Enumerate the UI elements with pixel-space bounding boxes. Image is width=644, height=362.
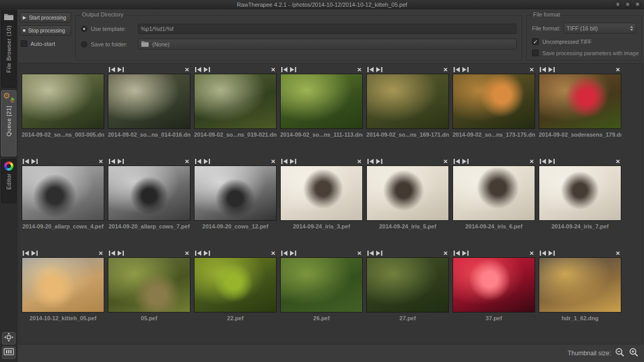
save-params-option[interactable]: ✓ Save processing parameters with image (532, 50, 636, 56)
move-to-head-button[interactable] (109, 251, 115, 256)
move-to-head-button[interactable] (109, 67, 115, 72)
thumbnail-image[interactable] (453, 74, 535, 129)
thumbnail-image[interactable] (539, 257, 621, 312)
template-input[interactable] (138, 24, 517, 34)
thumbnail-zoom-out-button[interactable] (615, 348, 625, 359)
move-to-head-button[interactable] (367, 251, 374, 256)
close-button[interactable]: ✕ (634, 1, 641, 8)
uncompressed-tiff-checkbox[interactable]: ✓ (532, 38, 539, 45)
move-to-tail-button[interactable] (549, 159, 555, 164)
thumbnail-image[interactable] (453, 166, 535, 221)
move-to-head-button[interactable] (195, 67, 201, 72)
use-template-radio[interactable] (81, 26, 87, 32)
move-to-head-button[interactable] (367, 67, 374, 72)
move-to-tail-button[interactable] (376, 159, 382, 164)
move-to-head-button[interactable] (367, 159, 374, 164)
remove-from-queue-button[interactable]: ✕ (443, 67, 448, 73)
move-to-tail-button[interactable] (290, 251, 296, 256)
move-to-tail-button[interactable] (462, 159, 469, 164)
move-to-tail-button[interactable] (118, 251, 124, 256)
move-to-head-button[interactable] (540, 67, 546, 72)
tab-file-browser[interactable]: File Browser (10) (1, 10, 17, 88)
thumbnail-image[interactable] (280, 257, 363, 312)
remove-from-queue-button[interactable]: ✕ (357, 251, 362, 256)
remove-from-queue-button[interactable]: ✕ (529, 67, 534, 73)
move-to-head-button[interactable] (23, 159, 29, 164)
move-to-tail-button[interactable] (376, 251, 382, 256)
thumbnail-image[interactable] (366, 257, 449, 312)
remove-from-queue-button[interactable]: ✕ (529, 251, 534, 256)
thumbnail-image[interactable] (539, 74, 621, 129)
thumbnail-zoom-in-button[interactable] (629, 348, 639, 359)
maximize-button[interactable]: ∧ (624, 1, 631, 8)
remove-from-queue-button[interactable]: ✕ (271, 159, 276, 164)
thumbnail-image[interactable] (194, 74, 277, 129)
remove-from-queue-button[interactable]: ✕ (357, 67, 362, 73)
thumbnail-image[interactable] (22, 74, 104, 129)
remove-from-queue-button[interactable]: ✕ (271, 67, 276, 73)
remove-from-queue-button[interactable]: ✕ (616, 159, 620, 164)
remove-from-queue-button[interactable]: ✕ (529, 159, 534, 164)
move-to-tail-button[interactable] (31, 159, 38, 164)
move-to-tail-button[interactable] (549, 67, 555, 72)
stop-processing-button[interactable]: ■ Stop processing (20, 25, 71, 36)
thumbnail-image[interactable] (539, 166, 621, 221)
move-to-tail-button[interactable] (31, 251, 38, 256)
filmstrip-button[interactable] (2, 347, 15, 359)
thumbnail-image[interactable] (108, 257, 190, 312)
remove-from-queue-button[interactable]: ✕ (443, 159, 448, 164)
thumbnail-image[interactable] (22, 257, 104, 312)
move-to-head-button[interactable] (281, 251, 287, 256)
move-to-tail-button[interactable] (376, 67, 382, 72)
thumbnail-image[interactable] (280, 166, 363, 221)
remove-from-queue-button[interactable]: ✕ (99, 251, 103, 256)
move-to-head-button[interactable] (23, 251, 29, 256)
remove-from-queue-button[interactable]: ✕ (185, 251, 189, 256)
remove-from-queue-button[interactable]: ✕ (185, 67, 189, 73)
move-to-tail-button[interactable] (204, 67, 210, 72)
remove-from-queue-button[interactable]: ✕ (616, 67, 620, 73)
tab-queue[interactable]: ⚙⚙▶ Queue [21] (1, 90, 17, 156)
move-to-head-button[interactable] (109, 159, 115, 164)
auto-start-checkbox[interactable]: ✓ (21, 40, 27, 47)
move-to-tail-button[interactable] (462, 67, 469, 72)
auto-start-option[interactable]: ✓ Auto-start (20, 40, 71, 47)
start-processing-button[interactable]: ▶ Start processing (20, 12, 71, 23)
thumbnail-image[interactable] (108, 166, 190, 221)
minimize-button[interactable]: ∨ (615, 1, 621, 8)
move-to-head-button[interactable] (195, 159, 201, 164)
move-to-tail-button[interactable] (118, 159, 124, 164)
save-to-folder-radio[interactable] (81, 41, 87, 47)
tab-editor[interactable]: Editor (1, 159, 17, 203)
thumbnail-image[interactable] (22, 166, 104, 221)
remove-from-queue-button[interactable]: ✕ (271, 251, 276, 256)
move-to-head-button[interactable] (195, 251, 201, 256)
move-to-head-button[interactable] (454, 67, 460, 72)
move-to-tail-button[interactable] (290, 159, 296, 164)
remove-from-queue-button[interactable]: ✕ (185, 159, 189, 164)
remove-from-queue-button[interactable]: ✕ (357, 159, 362, 164)
folder-chooser-button[interactable]: (None) (138, 39, 517, 50)
thumbnail-image[interactable] (366, 166, 449, 221)
thumbnail-image[interactable] (366, 74, 449, 129)
remove-from-queue-button[interactable]: ✕ (99, 159, 103, 164)
move-to-tail-button[interactable] (118, 67, 124, 72)
move-to-head-button[interactable] (281, 159, 287, 164)
thumbnail-image[interactable] (194, 257, 277, 312)
thumbnail-image[interactable] (453, 257, 535, 312)
pan-layout-button[interactable] (2, 332, 15, 344)
move-to-head-button[interactable] (540, 251, 546, 256)
move-to-tail-button[interactable] (290, 67, 296, 72)
move-to-head-button[interactable] (540, 159, 546, 164)
move-to-head-button[interactable] (454, 159, 460, 164)
file-format-select[interactable]: TIFF (16 bit) (564, 23, 636, 34)
save-params-checkbox[interactable]: ✓ (532, 50, 539, 56)
thumbnail-image[interactable] (280, 74, 363, 129)
move-to-tail-button[interactable] (549, 251, 555, 256)
move-to-tail-button[interactable] (462, 251, 469, 256)
remove-from-queue-button[interactable]: ✕ (443, 251, 448, 256)
move-to-tail-button[interactable] (204, 251, 210, 256)
remove-from-queue-button[interactable]: ✕ (616, 251, 620, 256)
move-to-tail-button[interactable] (204, 159, 210, 164)
thumbnail-image[interactable] (194, 166, 277, 221)
